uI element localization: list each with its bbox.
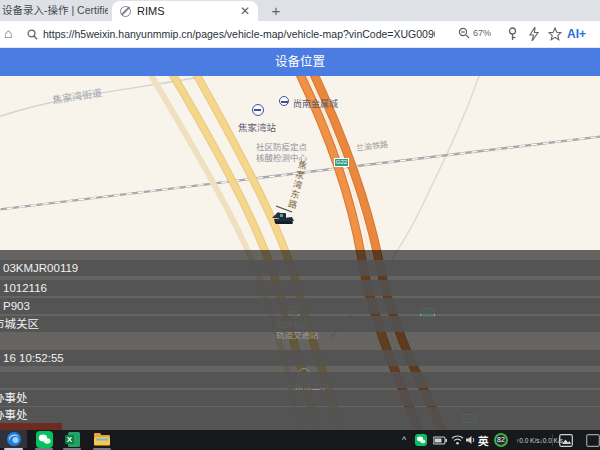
close-tab-icon[interactable]: ✕ — [240, 4, 250, 18]
ai-plus-button[interactable]: AI+ — [567, 27, 586, 41]
svg-text:X: X — [66, 435, 72, 444]
file-explorer-icon — [94, 432, 110, 446]
bookmark-star-icon[interactable] — [548, 27, 562, 41]
tray-wechat-icon[interactable] — [415, 430, 427, 450]
info-panel-overlay: 和政东街 轨道交通站 兰州市二中 03KMJR00119 1012116 P90… — [0, 250, 600, 430]
new-tab-button[interactable]: + — [266, 0, 286, 21]
windows-taskbar: X ^ — [0, 430, 600, 450]
address-bar[interactable]: https://h5weixin.hanyunmmip.cn/pages/veh… — [43, 28, 435, 40]
panel-row-time: 16 10:52:55 — [0, 350, 600, 366]
search-icon — [27, 29, 38, 40]
panel-row-model: P903 — [0, 298, 600, 314]
tray-separator — [552, 434, 553, 446]
password-key-icon[interactable] — [506, 27, 519, 41]
tray-wifi-icon[interactable] — [451, 430, 464, 450]
excel-icon: X — [65, 432, 80, 447]
desktop-screen: 设备录入-操作 | Certified Used RIMS ✕ + ⌂ http… — [0, 0, 600, 450]
tray-ime-indicator[interactable]: 英 — [478, 430, 489, 450]
zoom-out-icon — [458, 27, 470, 39]
excavator-marker-icon[interactable] — [266, 204, 300, 228]
taskbar-browser-button[interactable] — [0, 430, 27, 448]
tray-partial-icon[interactable] — [586, 430, 600, 450]
tray-chevron-up[interactable]: ^ — [402, 430, 406, 450]
panel-row-district: 市城关区 — [0, 316, 600, 332]
health-badge-value: 82 — [494, 433, 508, 447]
zoom-percentage: 67% — [473, 28, 491, 38]
route-shield-badge: G22 — [334, 158, 349, 167]
tab-rims[interactable]: RIMS ✕ — [112, 1, 258, 21]
rims-favicon-icon — [120, 6, 131, 17]
flash-icon[interactable] — [528, 27, 540, 41]
taskbar-file-explorer-button[interactable] — [90, 430, 114, 448]
metro-station-icon[interactable] — [252, 104, 264, 116]
panel-row-partial — [0, 423, 600, 430]
poi-clinic-line1: 社区防疫定点 — [256, 142, 307, 153]
poi-market-icon[interactable] — [279, 96, 289, 106]
wechat-icon — [36, 431, 53, 448]
tray-net-speed[interactable]: ↑0.0 K/s ↓0.0 K/s — [516, 430, 563, 450]
panel-row-device-no: 1012116 — [0, 280, 600, 296]
tray-health-badge[interactable]: 82 — [494, 430, 508, 450]
zoom-control[interactable]: 67% — [458, 27, 491, 39]
tray-battery-icon[interactable] — [433, 430, 447, 450]
panel-row-vin: 03KMJR00119 — [0, 260, 600, 276]
page-title: 设备位置 — [275, 55, 325, 69]
tab-rims-label: RIMS — [137, 5, 240, 17]
page-title-bar: 设备位置 — [0, 48, 600, 76]
browser-icon — [6, 431, 22, 447]
browser-tab-strip: 设备录入-操作 | Certified Used RIMS ✕ + — [0, 0, 600, 21]
net-up-value: ↑0.0 K/s — [516, 437, 539, 444]
tray-speaker-icon[interactable] — [466, 430, 477, 450]
panel-row-office-2: 办事处 — [0, 407, 600, 423]
tray-photo-icon[interactable] — [559, 430, 573, 450]
browser-toolbar: ⌂ https://h5weixin.hanyunmmip.cn/pages/v… — [0, 21, 600, 48]
metro-station-label: 焦家湾站 — [238, 120, 276, 134]
map-canvas[interactable]: 焦家湾街道 焦家湾站 尚南金属城 社区防疫定点 核酸检测中心 焦家湾东路 兰渝铁… — [0, 76, 600, 430]
taskbar-excel-button[interactable]: X — [60, 430, 84, 448]
panel-row-office-1: 办事处 — [0, 390, 600, 406]
panel-red-segment — [0, 423, 62, 430]
home-icon[interactable]: ⌂ — [4, 25, 12, 41]
panel-row-empty — [0, 372, 600, 388]
tab-device-entry[interactable]: 设备录入-操作 | Certified Used — [2, 0, 108, 21]
taskbar-wechat-button[interactable] — [32, 430, 56, 448]
poi-market-label: 尚南金属城 — [293, 97, 338, 110]
